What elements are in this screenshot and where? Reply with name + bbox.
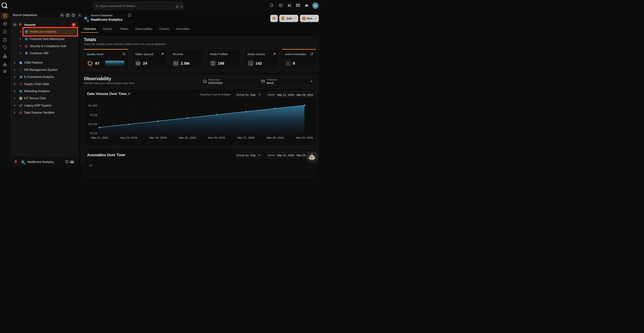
svg-text:Mar 27, 2026: Mar 27, 2026 bbox=[238, 136, 254, 139]
svg-text:Mar 22, 2026: Mar 22, 2026 bbox=[91, 136, 108, 139]
svg-text:53.1K: 53.1K bbox=[90, 132, 98, 135]
svg-text:53.25K: 53.25K bbox=[88, 104, 98, 107]
svg-text:Mar 23, 2026: Mar 23, 2026 bbox=[120, 136, 137, 139]
svg-text:Mar 29, 2026: Mar 29, 2026 bbox=[296, 136, 313, 139]
svg-text:53.2K: 53.2K bbox=[90, 113, 98, 116]
svg-text:Mar 24, 2026: Mar 24, 2026 bbox=[150, 136, 166, 139]
svg-text:53.15K: 53.15K bbox=[88, 122, 98, 126]
svg-text:Mar 28, 2026: Mar 28, 2026 bbox=[267, 136, 284, 139]
svg-text:Mar 26, 2026: Mar 26, 2026 bbox=[208, 136, 225, 139]
svg-text:Mar 25, 2026: Mar 25, 2026 bbox=[179, 136, 196, 139]
